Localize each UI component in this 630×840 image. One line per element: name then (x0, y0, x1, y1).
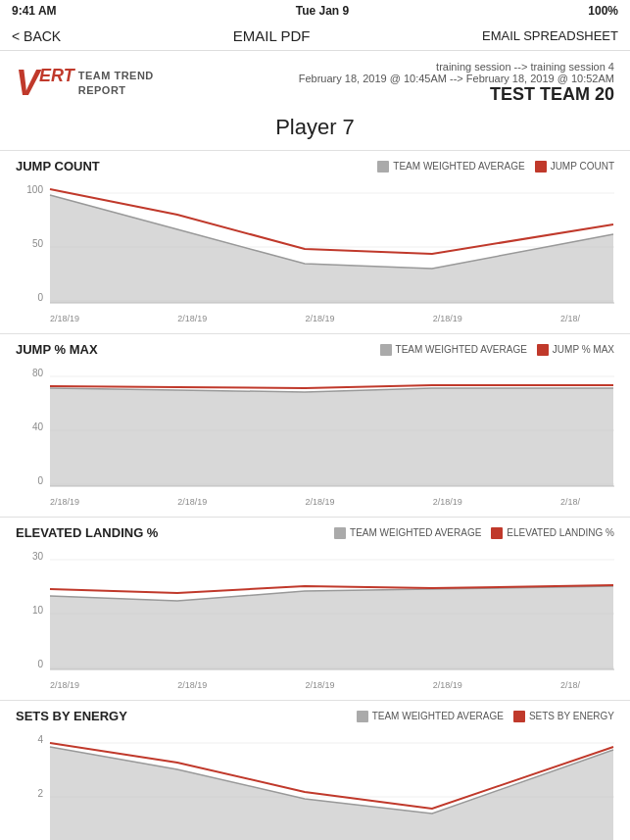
chart-title-jump-count: JUMP COUNT (16, 159, 100, 173)
chart-header-jump-count: JUMP COUNT TEAM WEIGHTED AVERAGE JUMP CO… (16, 159, 614, 173)
legend-gray-sets-by-energy: TEAM WEIGHTED AVERAGE (357, 711, 504, 722)
chart-title-jump-pct-max: JUMP % MAX (16, 342, 98, 357)
legend-dot-gray (334, 527, 346, 539)
chart-canvas-sets-by-energy: 420 (16, 725, 614, 840)
back-button[interactable]: < BACK (12, 28, 61, 44)
legend-red-jump-count: JUMP COUNT (535, 161, 614, 173)
legend-gray-label: TEAM WEIGHTED AVERAGE (350, 527, 481, 538)
svg-text:100: 100 (26, 184, 43, 195)
legend-red-jump-pct-max: JUMP % MAX (537, 344, 614, 356)
status-time: 9:41 AM (12, 4, 57, 18)
email-spreadsheet-button[interactable]: EMAIL SPREADSHEET (482, 28, 618, 43)
legend-gray-label: TEAM WEIGHTED AVERAGE (393, 161, 524, 172)
logo: V ERT TEAM TREND REPORT (16, 66, 154, 101)
date-line: February 18, 2019 @ 10:45AM --> February… (168, 73, 614, 84)
chart-legend-sets-by-energy: TEAM WEIGHTED AVERAGE SETS BY ENERGY (357, 711, 614, 722)
svg-text:80: 80 (32, 368, 44, 378)
svg-text:30: 30 (32, 551, 44, 562)
legend-dot-red (491, 527, 503, 539)
chart-section-jump-pct-max: JUMP % MAX TEAM WEIGHTED AVERAGE JUMP % … (0, 338, 630, 509)
legend-dot-gray (357, 711, 368, 722)
xaxis-label: 2/18/19 (50, 314, 79, 323)
legend-red-label: SETS BY ENERGY (529, 711, 614, 721)
status-battery: 100% (588, 4, 618, 18)
legend-gray-label: TEAM WEIGHTED AVERAGE (372, 711, 504, 721)
xaxis-label: 2/18/19 (177, 314, 207, 323)
xaxis-label: 2/18/19 (433, 680, 462, 690)
legend-dot-gray (377, 161, 389, 173)
divider-1 (0, 517, 630, 518)
chart-legend-jump-count: TEAM WEIGHTED AVERAGE JUMP COUNT (377, 161, 614, 173)
svg-text:2: 2 (37, 788, 43, 799)
xaxis-label: 2/18/19 (305, 314, 334, 323)
status-day: Tue Jan 9 (296, 4, 349, 18)
legend-gray-elevated-landing: TEAM WEIGHTED AVERAGE (334, 527, 481, 539)
chart-section-sets-by-energy: SETS BY ENERGY TEAM WEIGHTED AVERAGE SET… (0, 705, 630, 840)
chart-section-jump-count: JUMP COUNT TEAM WEIGHTED AVERAGE JUMP CO… (0, 155, 630, 325)
xaxis-label: 2/18/ (560, 680, 580, 690)
xaxis-label: 2/18/19 (433, 497, 462, 507)
back-label: < BACK (12, 28, 61, 44)
chart-header-jump-pct-max: JUMP % MAX TEAM WEIGHTED AVERAGE JUMP % … (16, 342, 614, 357)
legend-gray-jump-pct-max: TEAM WEIGHTED AVERAGE (380, 344, 527, 356)
session-line: training session --> training session 4 (168, 61, 614, 73)
legend-red-sets-by-energy: SETS BY ENERGY (513, 711, 614, 722)
chart-xaxis-jump-pct-max: 2/18/192/18/192/18/192/18/192/18/ (16, 497, 614, 507)
logo-text: TEAM TREND REPORT (78, 69, 154, 97)
chart-title-elevated-landing: ELEVATED LANDING % (16, 525, 158, 540)
chart-title-sets-by-energy: SETS BY ENERGY (16, 709, 127, 723)
svg-text:0: 0 (37, 475, 43, 486)
logo-ert: ERT (39, 66, 74, 86)
xaxis-label: 2/18/19 (50, 680, 79, 690)
logo-v: V (16, 66, 39, 101)
xaxis-label: 2/18/19 (433, 314, 462, 323)
legend-dot-red (535, 161, 547, 173)
divider-2 (0, 700, 630, 701)
legend-gray-jump-count: TEAM WEIGHTED AVERAGE (377, 161, 524, 173)
divider-0 (0, 333, 630, 334)
chart-xaxis-elevated-landing: 2/18/192/18/192/18/192/18/192/18/ (16, 680, 614, 690)
chart-canvas-jump-pct-max: 80400 (16, 359, 614, 496)
svg-text:0: 0 (37, 292, 43, 303)
chart-section-elevated-landing: ELEVATED LANDING % TEAM WEIGHTED AVERAGE… (0, 521, 630, 692)
legend-red-label: JUMP % MAX (553, 344, 614, 355)
svg-text:10: 10 (32, 605, 44, 616)
legend-red-label: ELEVATED LANDING % (507, 527, 614, 538)
xaxis-label: 2/18/19 (177, 497, 207, 507)
chart-legend-jump-pct-max: TEAM WEIGHTED AVERAGE JUMP % MAX (380, 344, 614, 356)
xaxis-label: 2/18/19 (50, 497, 79, 507)
report-header: V ERT TEAM TREND REPORT training session… (0, 51, 630, 111)
chart-header-elevated-landing: ELEVATED LANDING % TEAM WEIGHTED AVERAGE… (16, 525, 614, 540)
legend-dot-red (513, 711, 525, 722)
legend-dot-red (537, 344, 549, 356)
player-title: Player 7 (0, 111, 630, 146)
svg-text:4: 4 (37, 734, 43, 745)
xaxis-label: 2/18/ (560, 314, 580, 323)
chart-legend-elevated-landing: TEAM WEIGHTED AVERAGE ELEVATED LANDING % (334, 527, 614, 539)
legend-red-elevated-landing: ELEVATED LANDING % (491, 527, 614, 539)
status-bar: 9:41 AM Tue Jan 9 100% (0, 0, 630, 22)
chart-canvas-jump-count: 100500 (16, 175, 614, 313)
chart-xaxis-jump-count: 2/18/192/18/192/18/192/18/192/18/ (16, 314, 614, 323)
legend-red-label: JUMP COUNT (551, 161, 614, 172)
chart-canvas-elevated-landing: 30100 (16, 542, 614, 679)
charts-container: JUMP COUNT TEAM WEIGHTED AVERAGE JUMP CO… (0, 155, 630, 840)
xaxis-label: 2/18/19 (305, 680, 334, 690)
xaxis-label: 2/18/ (560, 497, 580, 507)
nav-title: EMAIL PDF (233, 27, 311, 44)
legend-dot-gray (380, 344, 392, 356)
chart-header-sets-by-energy: SETS BY ENERGY TEAM WEIGHTED AVERAGE SET… (16, 709, 614, 723)
svg-text:40: 40 (32, 421, 44, 432)
team-name: TEST TEAM 20 (168, 84, 614, 105)
session-info: training session --> training session 4 … (168, 61, 614, 105)
xaxis-label: 2/18/19 (177, 680, 207, 690)
legend-gray-label: TEAM WEIGHTED AVERAGE (396, 344, 527, 355)
xaxis-label: 2/18/19 (305, 497, 334, 507)
divider-top (0, 150, 630, 151)
nav-bar: < BACK EMAIL PDF EMAIL SPREADSHEET (0, 22, 630, 51)
svg-text:50: 50 (32, 238, 44, 249)
svg-text:0: 0 (37, 659, 43, 669)
